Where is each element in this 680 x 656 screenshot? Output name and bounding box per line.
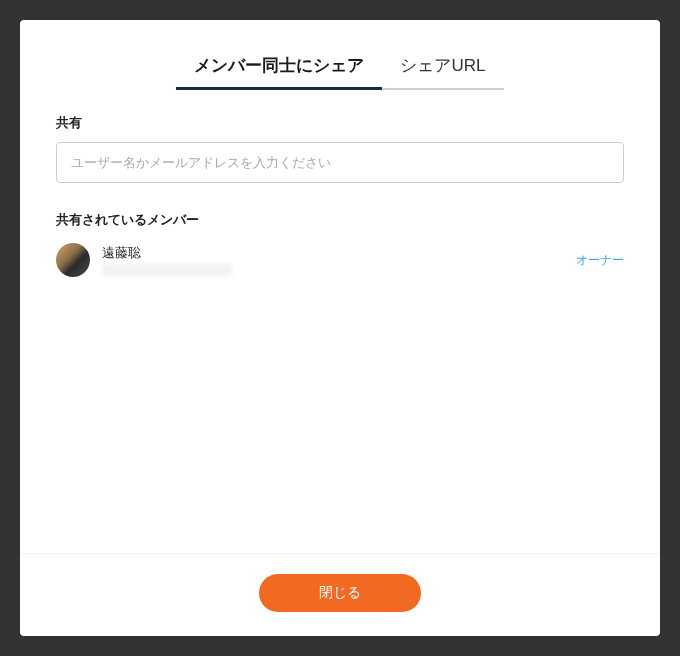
tab-share-url[interactable]: シェアURL <box>382 48 503 90</box>
tab-bar: メンバー同士にシェア シェアURL <box>20 20 660 90</box>
share-label: 共有 <box>56 114 624 132</box>
avatar <box>56 243 90 277</box>
share-modal: メンバー同士にシェア シェアURL 共有 共有されているメンバー 遠藤聡 オーナ… <box>20 20 660 636</box>
tab-share-members[interactable]: メンバー同士にシェア <box>176 48 382 90</box>
modal-footer: 閉じる <box>20 553 660 636</box>
member-row: 遠藤聡 オーナー <box>56 241 624 279</box>
modal-content: 共有 共有されているメンバー 遠藤聡 オーナー <box>20 90 660 553</box>
share-input[interactable] <box>56 142 624 183</box>
member-role: オーナー <box>576 252 624 269</box>
members-label: 共有されているメンバー <box>56 211 624 229</box>
close-button[interactable]: 閉じる <box>259 574 421 612</box>
member-info: 遠藤聡 <box>102 244 564 276</box>
member-email-blurred <box>102 264 232 276</box>
member-name: 遠藤聡 <box>102 244 564 262</box>
share-input-section: 共有 <box>56 114 624 183</box>
